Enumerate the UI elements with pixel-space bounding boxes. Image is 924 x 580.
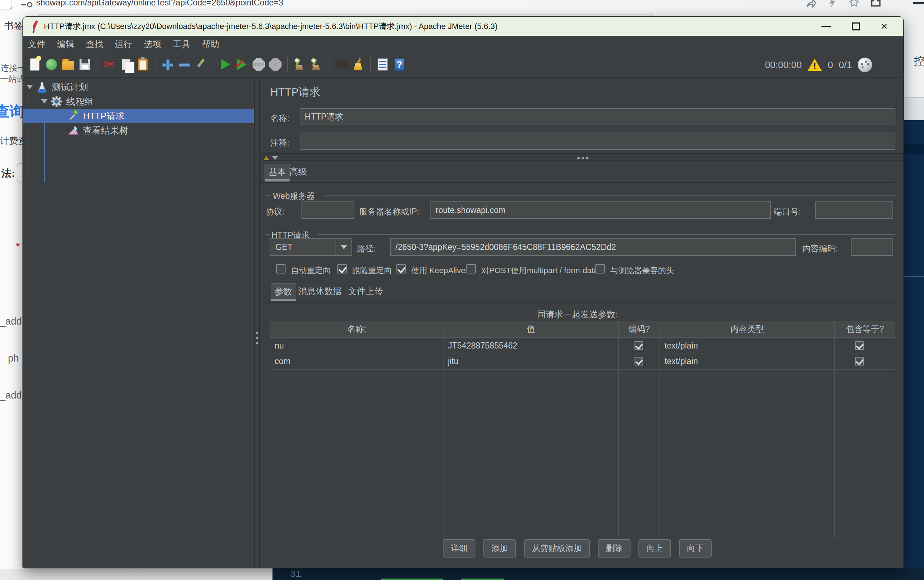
browser-url-bar[interactable]: showapi.com/apiGateway/onlineTest?apiCod…	[36, 0, 283, 8]
bookmark-label[interactable]: 书签	[4, 20, 23, 32]
reset-search-icon[interactable]	[350, 55, 366, 74]
window-title: HTTP请求.jmx (C:\Users\zzy20\Downloads\apa…	[44, 21, 497, 32]
search-icon[interactable]	[333, 55, 350, 74]
start-no-timers-icon[interactable]	[234, 55, 250, 74]
splitter-up-icon[interactable]	[264, 156, 269, 160]
path-value: /2650-3?appKey=55952d0086F645C88F11B9662…	[395, 242, 616, 252]
tab-body-data[interactable]: 消息体数据	[295, 283, 345, 299]
cell-name[interactable]: com	[270, 354, 443, 369]
cell-encode-checkbox[interactable]	[634, 341, 643, 350]
extension-icon[interactable]	[870, 0, 882, 8]
column-header-value[interactable]: 值	[443, 321, 619, 337]
checkbox-label: 自动重定向	[291, 265, 331, 276]
cell-content-type[interactable]: text/plain	[660, 338, 834, 354]
http-sampler-icon	[67, 110, 79, 122]
bookmark-star-icon[interactable]	[848, 0, 860, 9]
tree-item-view-results-tree[interactable]: 查看结果树	[23, 123, 254, 138]
stop-icon[interactable]: STOP	[250, 55, 267, 74]
shutdown-icon[interactable]: ✕	[267, 55, 284, 74]
page-blue-heading[interactable]: 查询	[0, 101, 23, 121]
send-icon[interactable]	[827, 0, 839, 9]
tree-item-http-request[interactable]: HTTP请求	[23, 109, 254, 123]
column-header-include-equals[interactable]: 包含等于?	[835, 321, 895, 337]
threads-state-icon[interactable]	[858, 58, 872, 72]
protocol-input[interactable]	[301, 201, 354, 219]
checkbox-multipart[interactable]	[466, 264, 476, 274]
encoding-label: 内容编码:	[802, 243, 838, 254]
chevron-down-icon[interactable]	[41, 99, 48, 104]
up-button[interactable]: 向上	[639, 539, 671, 557]
tab-files-upload[interactable]: 文件上传	[344, 283, 387, 299]
checkbox-browser-compatible-headers[interactable]	[595, 264, 605, 274]
horizontal-splitter[interactable]	[260, 153, 903, 161]
copy-icon[interactable]	[118, 55, 134, 74]
function-helper-icon[interactable]	[374, 55, 391, 74]
method-select[interactable]: GET	[270, 238, 352, 256]
start-icon[interactable]	[217, 55, 234, 74]
add-from-clipboard-button[interactable]: 从剪贴板添加	[524, 539, 590, 557]
fieldset-line	[265, 195, 272, 196]
browser-minimize-icon[interactable]	[913, 2, 924, 4]
path-input[interactable]: /2650-3?appKey=55952d0086F645C88F11B9662…	[390, 238, 796, 256]
cell-name[interactable]: nu	[270, 338, 443, 354]
paste-icon[interactable]	[134, 55, 151, 74]
checkbox-keepalive[interactable]	[397, 264, 406, 274]
cell-include-equals-checkbox[interactable]	[855, 357, 864, 366]
tree-item-test-plan[interactable]: 测试计划	[23, 80, 254, 94]
cut-icon[interactable]: ✂	[101, 55, 118, 74]
clear-icon[interactable]	[292, 55, 308, 74]
column-header-encode[interactable]: 编码?	[619, 321, 660, 337]
menu-edit[interactable]: 编辑	[57, 38, 74, 50]
tab-advanced[interactable]: 高级	[286, 164, 311, 180]
help-icon[interactable]: ?	[391, 55, 408, 74]
close-button[interactable]: ×	[872, 16, 896, 36]
remove-icon[interactable]	[176, 55, 193, 74]
tree-form-splitter[interactable]	[254, 78, 260, 568]
add-icon[interactable]	[159, 55, 176, 74]
combo-arrow-button[interactable]	[336, 239, 351, 255]
tab-divider	[260, 182, 894, 183]
warning-icon[interactable]	[807, 59, 822, 71]
clear-all-icon[interactable]	[308, 55, 325, 74]
detail-button[interactable]: 详细	[443, 539, 475, 557]
code-editor[interactable]: 31 "status": 102,	[272, 568, 924, 580]
cell-value[interactable]: jitu	[443, 354, 618, 369]
fieldset-line	[318, 234, 894, 235]
window-titlebar[interactable]: HTTP请求.jmx (C:\Users\zzy20\Downloads\apa…	[23, 16, 903, 36]
server-input[interactable]: route.showapi.com	[430, 201, 771, 219]
menu-search[interactable]: 查找	[86, 38, 103, 50]
menu-file[interactable]: 文件	[28, 38, 45, 50]
name-input[interactable]: HTTP请求	[300, 108, 895, 125]
tree-item-thread-group[interactable]: 线程组	[23, 94, 254, 109]
minimize-button[interactable]	[814, 16, 838, 36]
add-button[interactable]: 添加	[483, 539, 516, 557]
name-value: HTTP请求	[305, 111, 343, 122]
delete-button[interactable]: 删除	[598, 539, 631, 557]
menu-options[interactable]: 选项	[144, 38, 161, 50]
cell-encode-checkbox[interactable]	[634, 357, 643, 366]
cell-content-type[interactable]: text/plain	[660, 354, 834, 369]
checkbox-follow-redirect[interactable]	[338, 264, 347, 274]
cell-value[interactable]: JT5428875855462	[443, 338, 618, 354]
comment-input[interactable]	[300, 133, 895, 150]
encoding-input[interactable]	[851, 238, 893, 256]
maximize-button[interactable]	[844, 16, 868, 36]
menu-help[interactable]: 帮助	[202, 38, 219, 50]
templates-icon[interactable]	[43, 55, 60, 74]
chevron-down-icon[interactable]	[26, 85, 33, 89]
share-icon[interactable]	[805, 0, 817, 9]
port-input[interactable]	[815, 201, 893, 219]
down-button[interactable]: 向下	[679, 539, 712, 557]
checkbox-follow-auto-redirect[interactable]	[276, 264, 285, 274]
save-icon[interactable]	[76, 55, 93, 74]
cell-include-equals-checkbox[interactable]	[855, 341, 864, 350]
open-file-icon[interactable]	[60, 55, 76, 74]
new-file-icon[interactable]	[26, 55, 43, 74]
menu-tools[interactable]: 工具	[173, 38, 190, 50]
menu-run[interactable]: 运行	[115, 38, 132, 50]
column-header-name[interactable]: 名称:	[270, 321, 443, 337]
column-header-content-type[interactable]: 内容类型	[660, 321, 835, 337]
tab-parameters[interactable]: 参数	[271, 283, 296, 300]
edit-icon[interactable]	[193, 55, 209, 74]
splitter-down-icon[interactable]	[272, 156, 278, 160]
